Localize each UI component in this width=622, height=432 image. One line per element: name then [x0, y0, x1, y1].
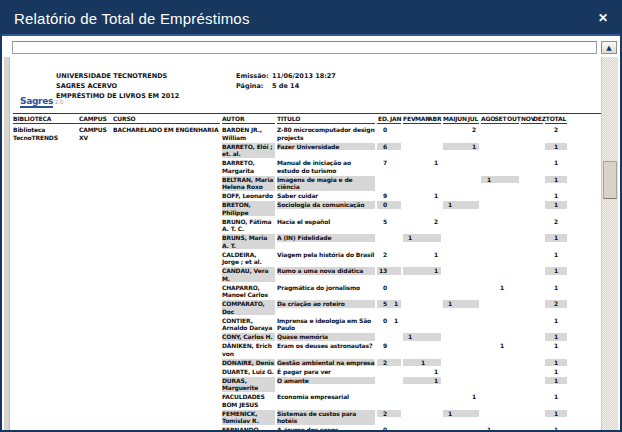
cell-jun [455, 126, 467, 134]
col-header-jun: JUN [455, 115, 467, 123]
cell-autor: FEMENICK, Tomislav R. [222, 410, 275, 425]
month-cell-group: 7 [377, 159, 401, 167]
table-row: DONAIRE, DenisGestão ambiental na empres… [13, 358, 601, 367]
loans-table: BIBLIOTECACAMPUSCURSOAUTORTITULOED.JANFE… [13, 113, 601, 430]
cell-titulo: Z-80 microcomputador design projects [277, 126, 375, 141]
table-row: FEMENICK, Tomislav R.Sistemas de custos … [13, 409, 601, 426]
cell-total: 1 [545, 317, 567, 325]
sagres-logo: Sagres 2.0 [20, 96, 64, 106]
col-header-campus: CAMPUS [79, 115, 113, 124]
cell-total: 1 [545, 368, 567, 376]
month-header-group: NOVDEZ [521, 115, 543, 124]
cell-total: 1 [545, 176, 567, 184]
month-cell-group: 2 [443, 126, 479, 134]
month-cell-group: 2 [377, 359, 401, 367]
cell-total: 1 [545, 410, 567, 418]
col-header-nov: NOV [521, 115, 533, 123]
cell-abr: 1 [428, 251, 441, 259]
cell-out [507, 176, 519, 184]
cell-jun [455, 143, 467, 151]
close-icon[interactable]: ✕ [598, 12, 608, 24]
cell-titulo: Saber cuidar [277, 192, 375, 200]
cell-titulo: Sociologia da comunicação [277, 201, 375, 209]
month-cell-group: 1 [545, 251, 567, 259]
cell-ed: 5 [377, 218, 390, 226]
cell-titulo: Quase memória [277, 333, 375, 341]
month-cell-group: 1 [403, 333, 441, 341]
col-header-mar: MAR [415, 115, 428, 123]
month-cell-group: 2 [545, 218, 567, 226]
month-cell-group: 1 [545, 201, 567, 209]
cell-out [507, 342, 519, 350]
cell-titulo: Pragmática do jornalismo [277, 284, 375, 292]
logo-version: 2.0 [53, 99, 64, 105]
scroll-up-button[interactable]: ▲ [601, 41, 617, 54]
cell-ago: 1 [481, 176, 494, 184]
cell-titulo: Da criação ao roteiro [277, 300, 375, 308]
col-header-total: TOTAL [545, 115, 567, 123]
month-cell-group: 1 [545, 159, 567, 167]
month-cell-group: 2 [403, 218, 441, 226]
month-cell-group: 1 [481, 284, 519, 292]
cell-autor: COMPARATO, Doc [222, 300, 275, 315]
cell-autor: CANDAU, Vera M. [222, 267, 275, 282]
toolbar-input[interactable] [12, 41, 597, 54]
cell-jan [390, 267, 401, 275]
cell-jan [390, 251, 401, 259]
month-cell-group: 0 [377, 126, 401, 134]
cell-ed: 2 [377, 410, 390, 418]
month-header-group: FEVMARABR [403, 115, 441, 124]
month-cell-group: 1 [545, 333, 567, 341]
col-header-out: OUT [507, 115, 519, 123]
table-row: BRUNO, Fátima A. T. C.Hacia el español52… [13, 217, 601, 234]
month-cell-group: 1 [545, 426, 567, 430]
cell-jan [390, 126, 401, 134]
cell-out [507, 284, 519, 292]
month-cell-group: 5 [377, 218, 401, 226]
vertical-scrollbar[interactable] [601, 57, 618, 430]
up-arrow-icon: ▲ [606, 44, 611, 52]
cell-fev [403, 192, 415, 200]
cell-abr [428, 333, 441, 341]
cell-mar [415, 218, 428, 226]
cell-abr [428, 359, 441, 367]
month-cell-group: 1 [403, 359, 441, 367]
cell-total: 2 [545, 300, 567, 308]
cell-set [494, 176, 507, 184]
cell-mai: 1 [443, 410, 455, 418]
report-page: Sagres 2.0 UNIVERSIDADE TECNOTRENDS SAGR… [10, 57, 601, 430]
cell-autor: CALDEIRA, Jorge ; et al. [222, 251, 275, 266]
cell-abr [428, 234, 441, 242]
month-cell-group: 2 [377, 410, 401, 418]
cell-jan [390, 201, 401, 209]
table-row: COMPARATO, DocDa criação ao roteiro5112 [13, 299, 601, 316]
cell-titulo: Imagens de magia e de ciência [277, 176, 375, 191]
cell-jul [467, 201, 479, 209]
cell-titulo: Sistemas de custos para hotéis [277, 410, 375, 425]
month-cell-group: 1 [545, 410, 567, 418]
cell-mar [415, 377, 428, 385]
cell-ago [481, 284, 494, 292]
cell-autor: DURAS, Marguerite [222, 377, 275, 392]
cell-abr: 2 [428, 218, 441, 226]
col-header-dez: DEZ [533, 115, 543, 123]
cell-total: 1 [545, 251, 567, 259]
cell-ed: 13 [377, 267, 390, 275]
month-cell-group: 9 [377, 342, 401, 350]
scrollbar-thumb[interactable] [603, 161, 617, 199]
cell-fev [403, 359, 415, 367]
cell-mai: 1 [443, 300, 455, 308]
cell-jun [455, 201, 467, 209]
cell-total: 2 [545, 218, 567, 226]
org-line-report-subject: EMPRÉSTIMO DE LIVROS EM 2012 [56, 91, 601, 101]
cell-biblioteca: Biblioteca TecnoTRENDS [13, 126, 79, 141]
month-cell-group: 1 [443, 300, 479, 308]
cell-titulo: A (IN) Fidelidade [277, 234, 375, 242]
cell-jul [467, 410, 479, 418]
month-cell-group: 01 [377, 317, 401, 325]
cell-autor: BRETON, Philippe [222, 201, 275, 216]
cell-total: 1 [545, 192, 567, 200]
cell-ed: 0 [377, 426, 390, 430]
cell-jan: 1 [390, 317, 401, 325]
month-cell-group: 1 [403, 159, 441, 167]
